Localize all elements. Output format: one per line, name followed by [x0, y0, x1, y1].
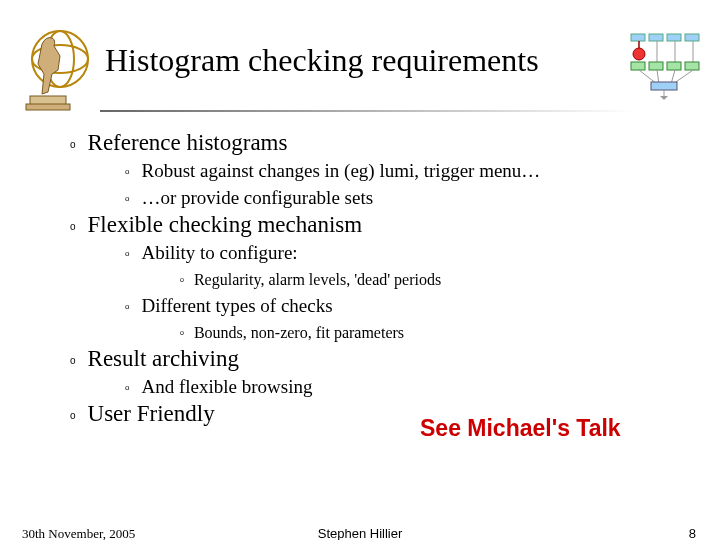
svg-rect-15 [649, 62, 663, 70]
body-content: oReference histograms oRobust against ch… [70, 128, 690, 429]
slide-title: Histogram checking requirements [105, 42, 539, 79]
slide: Histogram checking requirements [0, 0, 720, 540]
svg-rect-17 [685, 62, 699, 70]
bullet-configurable-sets: o…or provide configurable sets [125, 184, 690, 210]
bullet-text: Flexible checking mechanism [88, 212, 363, 237]
bullet-marker-icon: o [125, 194, 129, 203]
bullet-text: …or provide configurable sets [141, 187, 373, 208]
svg-rect-4 [26, 104, 70, 110]
bullet-bounds: oBounds, non-zero, fit parameters [180, 318, 690, 344]
bullet-text: Result archiving [88, 346, 239, 371]
bullet-text: And flexible browsing [141, 376, 312, 397]
title-underline [100, 110, 665, 112]
bullet-marker-icon: o [125, 249, 129, 258]
see-michaels-talk-callout: See Michael's Talk [420, 415, 621, 442]
bullet-marker-icon: o [70, 355, 76, 366]
bullet-text: Reference histograms [88, 130, 288, 155]
bullet-marker-icon: o [125, 302, 129, 311]
bullet-marker-icon: o [70, 410, 76, 421]
bullet-flexible-mechanism: oFlexible checking mechanism oAbility to… [70, 212, 690, 344]
svg-point-9 [633, 48, 645, 60]
bullet-regularity: oRegularity, alarm levels, 'dead' period… [180, 265, 690, 291]
bullet-text: Bounds, non-zero, fit parameters [194, 324, 404, 341]
bullet-flexible-browsing: oAnd flexible browsing [125, 373, 690, 399]
bullet-text: Regularity, alarm levels, 'dead' periods [194, 271, 441, 288]
bullet-text: User Friendly [88, 401, 215, 426]
svg-rect-6 [649, 34, 663, 41]
bullet-different-checks: oDifferent types of checks oBounds, non-… [125, 292, 690, 344]
bullet-reference-histograms: oReference histograms oRobust against ch… [70, 130, 690, 210]
svg-rect-14 [631, 62, 645, 70]
bullet-robust: oRobust against changes in (eg) lumi, tr… [125, 157, 690, 183]
bullet-marker-icon: o [180, 276, 184, 283]
bullet-ability-configure: oAbility to configure: oRegularity, alar… [125, 239, 690, 291]
footer-author: Stephen Hillier [0, 526, 720, 540]
svg-rect-16 [667, 62, 681, 70]
svg-rect-8 [685, 34, 699, 41]
bullet-marker-icon: o [125, 383, 129, 392]
bullet-marker-icon: o [70, 139, 76, 150]
svg-rect-5 [631, 34, 645, 41]
processor-diagram-icon [627, 32, 702, 102]
bullet-text: Ability to configure: [141, 242, 297, 263]
svg-rect-22 [651, 82, 677, 90]
svg-rect-7 [667, 34, 681, 41]
bullet-result-archiving: oResult archiving oAnd flexible browsing [70, 346, 690, 399]
bullet-marker-icon: o [180, 329, 184, 336]
atlas-logo-icon [20, 24, 95, 114]
bullet-marker-icon: o [125, 167, 129, 176]
bullet-text: Different types of checks [141, 295, 332, 316]
footer-page-number: 8 [689, 526, 696, 540]
bullet-marker-icon: o [70, 221, 76, 232]
bullet-text: Robust against changes in (eg) lumi, tri… [141, 160, 540, 181]
